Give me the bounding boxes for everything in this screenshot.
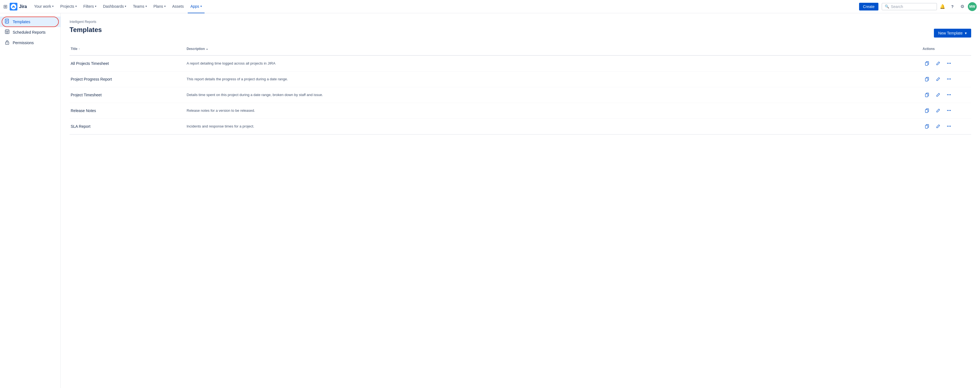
help-icon: ?	[951, 5, 954, 9]
nav-your-work[interactable]: Your work ▾	[31, 0, 56, 13]
svg-rect-18	[925, 94, 928, 97]
nav-plans[interactable]: Plans ▾	[151, 0, 169, 13]
row-5-title: SLA Report	[70, 121, 186, 132]
create-button[interactable]: Create	[859, 3, 878, 11]
svg-rect-20	[925, 110, 928, 113]
table-row: Release Notes Release notes for a versio…	[70, 103, 971, 119]
page-layout: Templates Scheduled Reports	[0, 13, 980, 388]
dashboards-chevron: ▾	[125, 5, 126, 8]
table-row: Project Timesheet Details time spent on …	[70, 87, 971, 103]
edit-icon	[936, 77, 940, 81]
sidebar-item-scheduled-reports[interactable]: Scheduled Reports	[0, 27, 60, 38]
projects-chevron: ▾	[75, 5, 77, 8]
settings-button[interactable]: ⚙	[958, 2, 967, 11]
page-header: Templates New Template ▾	[70, 26, 971, 40]
edit-icon	[936, 93, 940, 97]
row-1-copy-button[interactable]	[923, 59, 931, 68]
title-sort-icon[interactable]: ↑	[78, 48, 80, 51]
description-sort-icon[interactable]: ▲	[206, 48, 208, 50]
edit-icon	[936, 124, 940, 129]
top-navigation: ⊞ Jira Your work ▾ Projects ▾ Filters ▾ …	[0, 0, 980, 13]
new-template-button[interactable]: New Template ▾	[934, 29, 971, 38]
new-template-chevron: ▾	[965, 31, 967, 35]
more-icon: •••	[947, 62, 951, 65]
row-2-more-button[interactable]: •••	[945, 75, 953, 84]
teams-chevron: ▾	[145, 5, 147, 8]
nav-assets[interactable]: Assets	[170, 0, 187, 13]
plans-chevron: ▾	[164, 5, 165, 8]
row-2-description: This report details the progress of a pr…	[186, 73, 921, 85]
edit-icon	[936, 61, 940, 66]
row-4-copy-button[interactable]	[923, 106, 931, 115]
nav-filters[interactable]: Filters ▾	[81, 0, 99, 13]
apps-chevron: ▾	[200, 5, 202, 8]
more-icon: •••	[947, 124, 951, 128]
svg-rect-16	[925, 78, 928, 81]
svg-rect-22	[925, 125, 928, 128]
copy-icon	[925, 77, 929, 81]
jira-logo-text: Jira	[19, 4, 27, 9]
templates-table: Title ↑ Description ▲ Actions All Projec…	[70, 45, 971, 135]
row-3-title: Project Timesheet	[70, 89, 186, 100]
svg-point-12	[7, 43, 8, 43]
row-1-description: A report detailing time logged across al…	[186, 57, 921, 70]
more-icon: •••	[947, 77, 951, 81]
teams-label: Teams	[133, 4, 144, 8]
row-5-more-button[interactable]: •••	[945, 122, 953, 131]
nav-teams[interactable]: Teams ▾	[130, 0, 150, 13]
nav-projects[interactable]: Projects ▾	[57, 0, 80, 13]
sidebar-item-templates[interactable]: Templates	[0, 17, 60, 27]
row-3-description: Details time spent on this project durin…	[186, 89, 921, 101]
user-avatar[interactable]: MW	[968, 2, 977, 11]
nav-apps[interactable]: Apps ▾	[188, 0, 205, 13]
row-1-more-button[interactable]: •••	[945, 59, 953, 68]
sidebar-item-permissions[interactable]: Permissions	[0, 38, 60, 48]
row-4-actions: •••	[921, 103, 971, 118]
projects-label: Projects	[60, 4, 74, 8]
row-4-more-button[interactable]: •••	[945, 106, 953, 115]
row-2-edit-button[interactable]	[934, 75, 942, 84]
row-1-title: All Projects Timesheet	[70, 58, 186, 69]
row-4-edit-button[interactable]	[934, 106, 942, 115]
permissions-icon	[5, 40, 10, 46]
edit-icon	[936, 108, 940, 113]
row-5-copy-button[interactable]	[923, 122, 931, 131]
nav-dashboards[interactable]: Dashboards ▾	[100, 0, 129, 13]
table-row: Project Progress Report This report deta…	[70, 72, 971, 87]
row-4-description: Release notes for a version to be releas…	[186, 105, 921, 117]
row-3-more-button[interactable]: •••	[945, 91, 953, 99]
row-1-edit-button[interactable]	[934, 59, 942, 68]
table-bottom-border	[70, 134, 971, 135]
copy-icon	[925, 124, 929, 129]
copy-icon	[925, 108, 929, 113]
help-button[interactable]: ?	[948, 2, 957, 11]
scheduled-reports-label: Scheduled Reports	[13, 30, 46, 35]
jira-logo-svg	[11, 4, 16, 10]
column-actions: Actions	[921, 45, 971, 53]
copy-icon	[925, 93, 929, 97]
row-3-edit-button[interactable]	[934, 91, 942, 99]
assets-label: Assets	[172, 4, 184, 8]
grid-icon[interactable]: ⊞	[3, 3, 8, 10]
apps-label: Apps	[191, 4, 199, 8]
permissions-label: Permissions	[13, 41, 34, 45]
filters-label: Filters	[83, 4, 94, 8]
more-icon: •••	[947, 93, 951, 97]
search-placeholder: Search	[891, 5, 903, 9]
notifications-button[interactable]: 🔔	[938, 2, 947, 11]
row-5-actions: •••	[921, 119, 971, 134]
templates-label: Templates	[13, 20, 30, 24]
row-3-copy-button[interactable]	[923, 91, 931, 99]
column-description: Description ▲	[186, 45, 921, 53]
table-header: Title ↑ Description ▲ Actions	[70, 45, 971, 56]
table-row: All Projects Timesheet A report detailin…	[70, 56, 971, 72]
row-5-description: Incidents and response times for a proje…	[186, 120, 921, 132]
filters-chevron: ▾	[95, 5, 96, 8]
sidebar: Templates Scheduled Reports	[0, 13, 61, 388]
templates-icon	[5, 19, 10, 25]
jira-logo[interactable]: Jira	[10, 3, 27, 11]
search-box[interactable]: 🔍 Search	[882, 3, 937, 10]
svg-line-10	[7, 32, 8, 33]
row-5-edit-button[interactable]	[934, 122, 942, 131]
row-2-copy-button[interactable]	[923, 75, 931, 84]
